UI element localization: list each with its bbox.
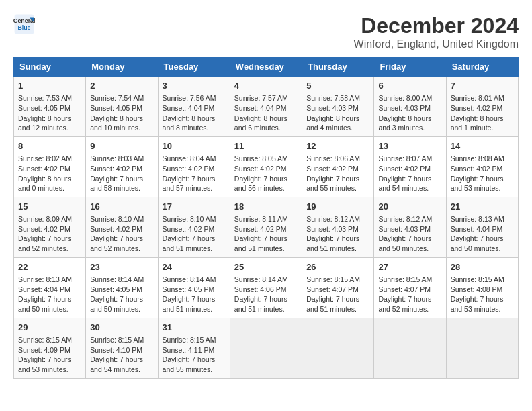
- weekday-header-tuesday: Tuesday: [158, 58, 230, 77]
- calendar-day-23: 23Sunrise: 8:14 AM Sunset: 4:05 PM Dayli…: [86, 257, 158, 318]
- empty-cell: [302, 318, 374, 378]
- day-info: Sunrise: 8:15 AM Sunset: 4:07 PM Dayligh…: [306, 275, 369, 314]
- calendar-day-7: 7Sunrise: 8:01 AM Sunset: 4:02 PM Daylig…: [446, 77, 518, 137]
- location: Winford, England, United Kingdom: [354, 38, 519, 50]
- day-info: Sunrise: 8:06 AM Sunset: 4:02 PM Dayligh…: [306, 154, 369, 193]
- calendar-day-21: 21Sunrise: 8:13 AM Sunset: 4:04 PM Dayli…: [446, 197, 518, 257]
- day-number: 31: [163, 322, 226, 334]
- calendar-day-30: 30Sunrise: 8:15 AM Sunset: 4:10 PM Dayli…: [86, 318, 158, 378]
- calendar-day-31: 31Sunrise: 8:15 AM Sunset: 4:11 PM Dayli…: [158, 318, 230, 378]
- calendar-day-27: 27Sunrise: 8:15 AM Sunset: 4:07 PM Dayli…: [374, 257, 446, 318]
- day-info: Sunrise: 8:15 AM Sunset: 4:11 PM Dayligh…: [163, 335, 226, 375]
- weekday-header-sunday: Sunday: [14, 58, 86, 77]
- calendar-week-3: 15Sunrise: 8:09 AM Sunset: 4:02 PM Dayli…: [14, 197, 519, 257]
- calendar-day-25: 25Sunrise: 8:14 AM Sunset: 4:06 PM Dayli…: [230, 257, 302, 318]
- day-number: 22: [18, 261, 81, 273]
- empty-cell: [446, 318, 518, 378]
- calendar-day-26: 26Sunrise: 8:15 AM Sunset: 4:07 PM Dayli…: [302, 257, 374, 318]
- page-header: General Blue December 2024 Winford, Engl…: [13, 13, 519, 50]
- logo: General Blue: [13, 13, 35, 35]
- day-info: Sunrise: 8:07 AM Sunset: 4:02 PM Dayligh…: [378, 154, 441, 193]
- day-info: Sunrise: 8:10 AM Sunset: 4:02 PM Dayligh…: [163, 214, 226, 254]
- calendar-day-4: 4Sunrise: 7:57 AM Sunset: 4:04 PM Daylig…: [230, 77, 302, 137]
- calendar-day-16: 16Sunrise: 8:10 AM Sunset: 4:02 PM Dayli…: [86, 197, 158, 257]
- calendar-day-29: 29Sunrise: 8:15 AM Sunset: 4:09 PM Dayli…: [14, 318, 86, 378]
- calendar-day-22: 22Sunrise: 8:13 AM Sunset: 4:04 PM Dayli…: [14, 257, 86, 318]
- weekday-header-thursday: Thursday: [302, 58, 374, 77]
- day-info: Sunrise: 8:03 AM Sunset: 4:02 PM Dayligh…: [90, 154, 153, 193]
- day-number: 27: [378, 261, 441, 273]
- calendar-day-8: 8Sunrise: 8:02 AM Sunset: 4:02 PM Daylig…: [14, 136, 86, 197]
- empty-cell: [374, 318, 446, 378]
- day-info: Sunrise: 8:00 AM Sunset: 4:03 PM Dayligh…: [378, 93, 441, 133]
- day-number: 26: [306, 261, 369, 273]
- day-info: Sunrise: 8:02 AM Sunset: 4:02 PM Dayligh…: [18, 154, 81, 193]
- day-number: 6: [378, 80, 441, 92]
- day-info: Sunrise: 8:01 AM Sunset: 4:02 PM Dayligh…: [451, 93, 514, 133]
- day-info: Sunrise: 8:14 AM Sunset: 4:05 PM Dayligh…: [163, 275, 226, 314]
- calendar-day-24: 24Sunrise: 8:14 AM Sunset: 4:05 PM Dayli…: [158, 257, 230, 318]
- day-number: 17: [163, 201, 226, 213]
- weekday-header-wednesday: Wednesday: [230, 58, 302, 77]
- day-info: Sunrise: 8:08 AM Sunset: 4:02 PM Dayligh…: [451, 154, 514, 193]
- day-info: Sunrise: 7:58 AM Sunset: 4:03 PM Dayligh…: [306, 93, 369, 133]
- day-number: 20: [378, 201, 441, 213]
- day-info: Sunrise: 8:15 AM Sunset: 4:07 PM Dayligh…: [378, 275, 441, 314]
- day-info: Sunrise: 8:13 AM Sunset: 4:04 PM Dayligh…: [451, 214, 514, 254]
- day-number: 21: [451, 201, 514, 213]
- day-number: 11: [234, 140, 298, 152]
- title-area: December 2024 Winford, England, United K…: [354, 13, 519, 50]
- calendar-day-6: 6Sunrise: 8:00 AM Sunset: 4:03 PM Daylig…: [374, 77, 446, 137]
- day-number: 25: [234, 261, 298, 273]
- calendar-day-3: 3Sunrise: 7:56 AM Sunset: 4:04 PM Daylig…: [158, 77, 230, 137]
- calendar-week-1: 1Sunrise: 7:53 AM Sunset: 4:05 PM Daylig…: [14, 77, 519, 137]
- day-info: Sunrise: 8:11 AM Sunset: 4:02 PM Dayligh…: [234, 214, 298, 254]
- day-number: 15: [18, 201, 81, 213]
- day-info: Sunrise: 8:12 AM Sunset: 4:03 PM Dayligh…: [306, 214, 369, 254]
- day-info: Sunrise: 7:53 AM Sunset: 4:05 PM Dayligh…: [18, 93, 81, 133]
- calendar-day-14: 14Sunrise: 8:08 AM Sunset: 4:02 PM Dayli…: [446, 136, 518, 197]
- day-info: Sunrise: 8:14 AM Sunset: 4:06 PM Dayligh…: [234, 275, 298, 314]
- calendar-day-9: 9Sunrise: 8:03 AM Sunset: 4:02 PM Daylig…: [86, 136, 158, 197]
- calendar-body: 1Sunrise: 7:53 AM Sunset: 4:05 PM Daylig…: [14, 77, 519, 379]
- day-number: 2: [90, 80, 153, 92]
- day-info: Sunrise: 7:56 AM Sunset: 4:04 PM Dayligh…: [163, 93, 226, 133]
- day-number: 14: [451, 140, 514, 152]
- weekday-header-saturday: Saturday: [446, 58, 518, 77]
- calendar-week-2: 8Sunrise: 8:02 AM Sunset: 4:02 PM Daylig…: [14, 136, 519, 197]
- day-number: 23: [90, 261, 153, 273]
- day-info: Sunrise: 8:05 AM Sunset: 4:02 PM Dayligh…: [234, 154, 298, 193]
- day-number: 4: [234, 80, 298, 92]
- logo-icon: General Blue: [13, 13, 35, 35]
- month-title: December 2024: [354, 13, 519, 38]
- day-number: 13: [378, 140, 441, 152]
- calendar-day-13: 13Sunrise: 8:07 AM Sunset: 4:02 PM Dayli…: [374, 136, 446, 197]
- day-number: 5: [306, 80, 369, 92]
- day-number: 3: [163, 80, 226, 92]
- calendar-day-11: 11Sunrise: 8:05 AM Sunset: 4:02 PM Dayli…: [230, 136, 302, 197]
- calendar-day-20: 20Sunrise: 8:12 AM Sunset: 4:03 PM Dayli…: [374, 197, 446, 257]
- calendar-day-15: 15Sunrise: 8:09 AM Sunset: 4:02 PM Dayli…: [14, 197, 86, 257]
- calendar-week-4: 22Sunrise: 8:13 AM Sunset: 4:04 PM Dayli…: [14, 257, 519, 318]
- calendar-day-17: 17Sunrise: 8:10 AM Sunset: 4:02 PM Dayli…: [158, 197, 230, 257]
- day-number: 29: [18, 322, 81, 334]
- day-number: 9: [90, 140, 153, 152]
- calendar-day-5: 5Sunrise: 7:58 AM Sunset: 4:03 PM Daylig…: [302, 77, 374, 137]
- calendar-day-18: 18Sunrise: 8:11 AM Sunset: 4:02 PM Dayli…: [230, 197, 302, 257]
- day-info: Sunrise: 8:15 AM Sunset: 4:08 PM Dayligh…: [451, 275, 514, 314]
- day-number: 12: [306, 140, 369, 152]
- weekday-header-monday: Monday: [86, 58, 158, 77]
- day-info: Sunrise: 8:15 AM Sunset: 4:09 PM Dayligh…: [18, 335, 81, 375]
- calendar-day-19: 19Sunrise: 8:12 AM Sunset: 4:03 PM Dayli…: [302, 197, 374, 257]
- day-number: 19: [306, 201, 369, 213]
- calendar-day-28: 28Sunrise: 8:15 AM Sunset: 4:08 PM Dayli…: [446, 257, 518, 318]
- calendar-week-5: 29Sunrise: 8:15 AM Sunset: 4:09 PM Dayli…: [14, 318, 519, 378]
- calendar-day-1: 1Sunrise: 7:53 AM Sunset: 4:05 PM Daylig…: [14, 77, 86, 137]
- calendar-day-12: 12Sunrise: 8:06 AM Sunset: 4:02 PM Dayli…: [302, 136, 374, 197]
- day-info: Sunrise: 8:04 AM Sunset: 4:02 PM Dayligh…: [163, 154, 226, 193]
- day-number: 1: [18, 80, 81, 92]
- weekday-header-friday: Friday: [374, 58, 446, 77]
- day-number: 10: [163, 140, 226, 152]
- calendar-table: SundayMondayTuesdayWednesdayThursdayFrid…: [13, 57, 519, 379]
- calendar-day-2: 2Sunrise: 7:54 AM Sunset: 4:05 PM Daylig…: [86, 77, 158, 137]
